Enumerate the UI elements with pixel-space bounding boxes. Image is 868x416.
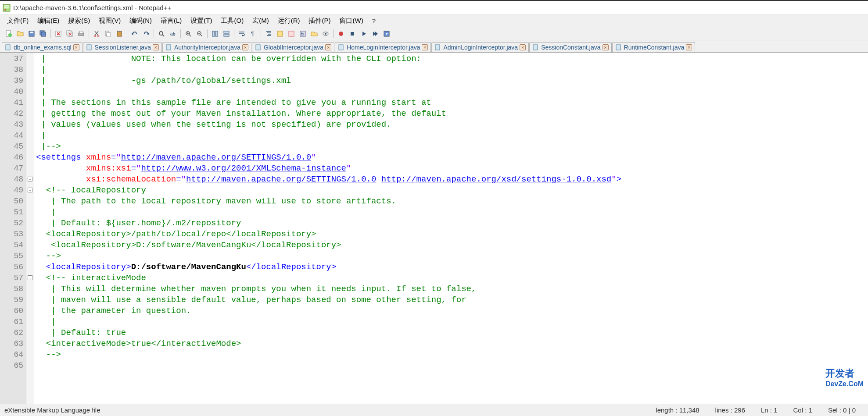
file-icon — [255, 44, 262, 51]
svg-rect-39 — [6, 45, 10, 50]
menu-window[interactable]: 窗口(W) — [336, 15, 366, 26]
svg-rect-25 — [212, 31, 215, 36]
svg-point-36 — [339, 32, 343, 36]
menu-run[interactable]: 运行(R) — [274, 15, 304, 26]
undo-icon[interactable] — [129, 28, 140, 39]
status-ln: Ln : 1 — [753, 406, 786, 414]
print-icon[interactable] — [76, 28, 86, 39]
tab-bar: db_online_exams.sql × SessionListener.ja… — [0, 40, 868, 53]
toolbar-separator — [154, 29, 154, 38]
svg-text:¶: ¶ — [251, 31, 254, 37]
close-all-icon[interactable] — [65, 28, 75, 39]
line-number-gutter: 37 38 39 40 41 42 43 44 45 46 47 48 49 5… — [0, 53, 26, 404]
editor-area[interactable]: 37 38 39 40 41 42 43 44 45 46 47 48 49 5… — [0, 53, 868, 404]
svg-rect-18 — [107, 32, 110, 37]
svg-rect-31 — [289, 31, 294, 36]
tab-close-icon[interactable]: × — [325, 44, 331, 50]
tab-close-icon[interactable]: × — [603, 44, 609, 50]
file-icon — [615, 44, 622, 51]
menu-language[interactable]: 语言(L) — [157, 15, 185, 26]
tab-close-icon[interactable]: × — [422, 44, 428, 50]
menu-edit[interactable]: 编辑(E) — [34, 15, 63, 26]
tab-close-icon[interactable]: × — [73, 44, 79, 50]
file-tab[interactable]: GloablInterceptor.java × — [252, 42, 334, 52]
show-all-chars-icon[interactable]: ¶ — [248, 28, 258, 39]
svg-rect-30 — [277, 31, 283, 36]
indent-guide-icon[interactable] — [263, 28, 274, 39]
open-file-icon[interactable] — [15, 28, 25, 39]
menu-encoding[interactable]: 编码(N) — [126, 15, 155, 26]
sync-hscroll-icon[interactable] — [221, 28, 232, 39]
menu-search[interactable]: 搜索(S) — [65, 15, 93, 26]
code-content[interactable]: | NOTE: This location can be overridden … — [34, 53, 868, 404]
tab-label: AuthorityInterceptor.java — [174, 44, 240, 51]
paste-icon[interactable] — [114, 28, 125, 39]
tab-close-icon[interactable]: × — [520, 44, 526, 50]
zoom-in-icon[interactable] — [183, 28, 194, 39]
doc-map-icon[interactable] — [286, 28, 297, 39]
svg-rect-27 — [224, 31, 229, 33]
svg-rect-37 — [351, 32, 354, 36]
replace-icon[interactable]: ab — [168, 28, 178, 39]
tab-label: AdminLoginInterceptor.java — [443, 44, 518, 51]
find-icon[interactable] — [156, 28, 167, 39]
tab-label: RuntimeConstant.java — [624, 44, 685, 51]
tab-label: GloablInterceptor.java — [264, 44, 323, 51]
stop-macro-icon[interactable] — [347, 28, 358, 39]
monitor-icon[interactable] — [320, 28, 331, 39]
toolbar-separator — [207, 29, 208, 38]
file-tab[interactable]: db_online_exams.sql × — [2, 42, 82, 52]
close-icon[interactable] — [53, 28, 64, 39]
zoom-out-icon[interactable] — [194, 28, 205, 39]
tab-label: HomeLoginInterceptor.java — [347, 44, 420, 51]
copy-icon[interactable] — [103, 28, 113, 39]
cut-icon[interactable] — [91, 28, 102, 39]
save-macro-icon[interactable] — [381, 28, 392, 39]
file-icon — [86, 44, 93, 51]
new-file-icon[interactable] — [4, 28, 14, 39]
tab-close-icon[interactable]: × — [686, 44, 692, 50]
svg-rect-14 — [79, 31, 83, 33]
app-icon — [3, 4, 11, 12]
file-tab[interactable]: RuntimeConstant.java × — [612, 42, 696, 52]
file-tab[interactable]: AdminLoginInterceptor.java × — [431, 42, 529, 52]
svg-point-3 — [4, 9, 6, 10]
toolbar-separator — [127, 29, 127, 38]
record-macro-icon[interactable] — [336, 28, 346, 39]
tab-close-icon[interactable]: × — [153, 44, 159, 50]
svg-rect-7 — [30, 32, 33, 33]
tab-close-icon[interactable]: × — [242, 44, 248, 50]
menu-macro[interactable]: 宏(M) — [249, 15, 273, 26]
svg-rect-2 — [4, 7, 9, 8]
menu-file[interactable]: 文件(F) — [4, 15, 32, 26]
file-tab[interactable]: HomeLoginInterceptor.java × — [335, 42, 431, 52]
word-wrap-icon[interactable] — [237, 28, 247, 39]
func-list-icon[interactable]: fx — [298, 28, 308, 39]
svg-rect-41 — [166, 45, 171, 50]
save-all-icon[interactable] — [38, 28, 48, 39]
play-macro-icon[interactable] — [359, 28, 369, 39]
menu-tools[interactable]: 工具(O) — [217, 15, 247, 26]
save-icon[interactable] — [26, 28, 37, 39]
status-lines: lines : 296 — [707, 406, 753, 414]
file-icon — [5, 44, 12, 51]
folder-workspace-icon[interactable] — [309, 28, 319, 39]
menu-plugins[interactable]: 插件(P) — [305, 15, 334, 26]
window-title: D:\apache-maven-3.6.1\conf\settings.xml … — [13, 4, 171, 11]
redo-icon[interactable] — [141, 28, 151, 39]
menu-settings[interactable]: 设置(T) — [187, 15, 215, 26]
file-tab[interactable]: SessionConstant.java × — [529, 42, 611, 52]
svg-rect-44 — [435, 45, 440, 50]
file-tab[interactable]: AuthorityInterceptor.java × — [162, 42, 251, 52]
menu-help[interactable]: ? — [369, 16, 379, 26]
user-lang-icon[interactable] — [275, 28, 285, 39]
play-multi-icon[interactable] — [370, 28, 380, 39]
file-tab[interactable]: SessionListener.java × — [83, 42, 162, 52]
sync-vscroll-icon[interactable] — [210, 28, 220, 39]
file-icon — [338, 44, 345, 51]
fold-gutter[interactable]: -- - — [26, 53, 34, 404]
svg-rect-28 — [224, 34, 229, 36]
file-icon — [532, 44, 539, 51]
menu-view[interactable]: 视图(V) — [95, 15, 124, 26]
svg-point-5 — [8, 33, 12, 37]
